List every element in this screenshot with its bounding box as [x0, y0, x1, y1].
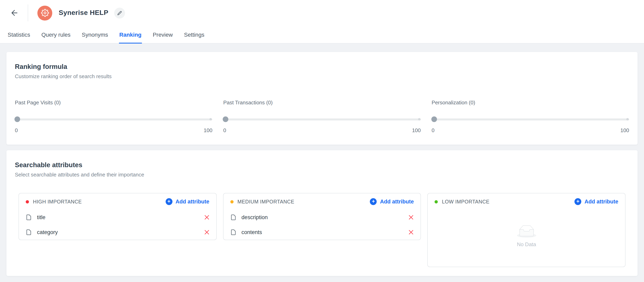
importance-group-medium: MEDIUM IMPORTANCE + Add attribute descri…	[223, 193, 421, 240]
slider-scale: 0 100	[432, 127, 629, 133]
x-icon	[409, 230, 414, 235]
group-title: MEDIUM IMPORTANCE	[238, 199, 294, 204]
tab-settings[interactable]: Settings	[184, 26, 205, 44]
pencil-icon	[117, 11, 122, 15]
remove-attribute-button[interactable]	[409, 230, 414, 235]
slider-max-label: 100	[412, 127, 421, 133]
arrow-left-icon	[10, 9, 19, 17]
importance-group-high: HIGH IMPORTANCE + Add attribute title	[18, 193, 216, 240]
medium-importance-dot	[230, 200, 233, 203]
sliders-row: Past Page Visits (0) 0 100 Past Transact…	[15, 99, 629, 133]
page-title: Synerise HELP	[59, 9, 108, 17]
slider-max-dot	[418, 118, 420, 120]
slider-handle[interactable]	[431, 116, 437, 122]
slider-handle[interactable]	[223, 116, 228, 122]
document-icon	[230, 229, 236, 235]
slider-rail	[432, 118, 629, 120]
header-divider	[28, 5, 28, 21]
slider-track[interactable]	[15, 116, 212, 122]
page-header: Synerise HELP Statistics Query rules Syn…	[0, 0, 644, 44]
tab-preview[interactable]: Preview	[152, 26, 173, 44]
search-config-page: Synerise HELP Statistics Query rules Syn…	[0, 0, 644, 282]
tab-ranking[interactable]: Ranking	[119, 26, 142, 44]
slider-handle[interactable]	[14, 116, 20, 122]
document-icon	[230, 214, 236, 220]
section-title: Ranking formula	[15, 63, 629, 71]
searchable-attributes-card: Searchable attributes Select searchable …	[6, 150, 638, 276]
add-attribute-button[interactable]: + Add attribute	[574, 198, 618, 205]
attribute-name: description	[242, 214, 268, 220]
attribute-name: category	[37, 229, 58, 235]
slider-past-page-visits: Past Page Visits (0) 0 100	[15, 99, 212, 133]
plus-icon: +	[574, 198, 581, 205]
back-button[interactable]	[7, 6, 22, 20]
low-importance-dot	[435, 200, 438, 203]
attribute-row: contents	[223, 225, 420, 240]
group-title: LOW IMPORTANCE	[442, 199, 490, 204]
gear-icon	[41, 9, 49, 17]
group-header: MEDIUM IMPORTANCE + Add attribute	[223, 193, 420, 210]
attribute-name: title	[37, 214, 46, 220]
importance-groups-row: HIGH IMPORTANCE + Add attribute title	[18, 193, 626, 267]
no-data-label: No Data	[517, 241, 536, 247]
attribute-row: title	[19, 210, 216, 225]
add-attribute-label: Add attribute	[584, 199, 618, 205]
slider-scale: 0 100	[15, 127, 212, 133]
add-attribute-label: Add attribute	[176, 199, 209, 205]
plus-icon: +	[166, 198, 172, 205]
slider-rail	[15, 118, 212, 120]
slider-max-label: 100	[204, 127, 212, 133]
tab-synonyms[interactable]: Synonyms	[82, 26, 108, 44]
slider-min-label: 0	[15, 127, 18, 133]
plus-icon: +	[370, 198, 377, 205]
group-header: LOW IMPORTANCE + Add attribute	[428, 193, 625, 210]
add-attribute-label: Add attribute	[380, 199, 414, 205]
slider-min-label: 0	[223, 127, 226, 133]
document-icon	[26, 229, 32, 235]
add-attribute-button[interactable]: + Add attribute	[370, 198, 414, 205]
attribute-row: category	[19, 225, 216, 240]
slider-label: Past Transactions (0)	[223, 99, 421, 105]
section-subtitle: Select searchable attributes and define …	[15, 172, 629, 178]
slider-rail	[223, 118, 421, 120]
section-subtitle: Customize ranking order of search result…	[15, 73, 629, 79]
header-top-bar: Synerise HELP	[0, 0, 644, 26]
group-header: HIGH IMPORTANCE + Add attribute	[19, 193, 216, 210]
tab-statistics[interactable]: Statistics	[7, 26, 30, 44]
empty-state: No Data	[428, 210, 625, 267]
section-title: Searchable attributes	[15, 161, 629, 169]
x-icon	[204, 215, 209, 220]
importance-group-low: LOW IMPORTANCE + Add attribute	[428, 193, 626, 267]
group-title: HIGH IMPORTANCE	[33, 199, 82, 204]
remove-attribute-button[interactable]	[204, 230, 209, 235]
tab-bar: Statistics Query rules Synonyms Ranking …	[0, 26, 644, 44]
slider-label: Personalization (0)	[432, 99, 629, 105]
document-icon	[26, 214, 32, 220]
slider-max-label: 100	[620, 127, 629, 133]
ranking-formula-card: Ranking formula Customize ranking order …	[6, 52, 638, 145]
slider-label: Past Page Visits (0)	[15, 99, 212, 105]
remove-attribute-button[interactable]	[204, 215, 209, 220]
slider-scale: 0 100	[223, 127, 421, 133]
remove-attribute-button[interactable]	[409, 215, 414, 220]
tab-query-rules[interactable]: Query rules	[41, 26, 71, 44]
slider-personalization: Personalization (0) 0 100	[432, 99, 629, 133]
attribute-row: description	[223, 210, 420, 225]
x-icon	[409, 215, 414, 220]
slider-past-transactions: Past Transactions (0) 0 100	[223, 99, 421, 133]
slider-track[interactable]	[432, 116, 629, 122]
attribute-name: contents	[242, 229, 262, 235]
slider-max-dot	[626, 118, 629, 120]
slider-min-label: 0	[432, 127, 434, 133]
index-avatar	[38, 6, 52, 20]
add-attribute-button[interactable]: + Add attribute	[166, 198, 209, 205]
edit-title-button[interactable]	[114, 8, 125, 18]
main-content: Ranking formula Customize ranking order …	[0, 44, 644, 276]
x-icon	[204, 230, 209, 235]
empty-inbox-icon	[517, 225, 536, 238]
slider-track[interactable]	[223, 116, 421, 122]
high-importance-dot	[26, 200, 29, 203]
